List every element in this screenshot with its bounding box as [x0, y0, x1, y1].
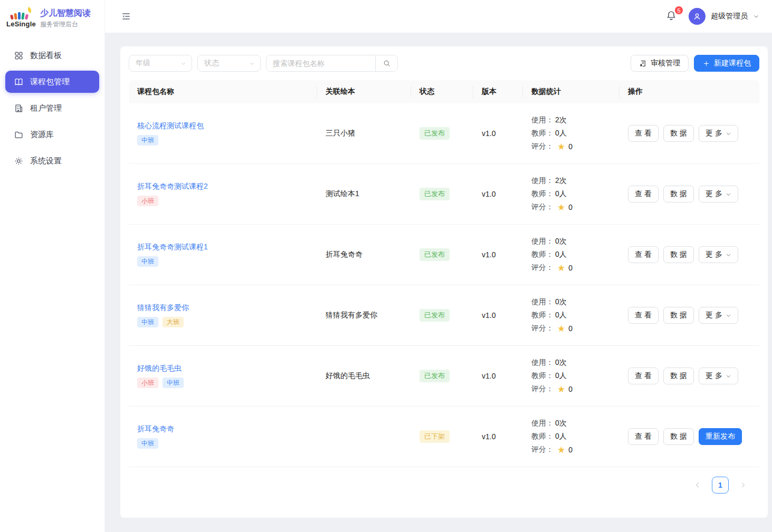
more-button[interactable]: 更多 [699, 246, 738, 263]
sidebar-item-course-packages[interactable]: 课程包管理 [5, 71, 99, 93]
rating-label: 评分： [531, 384, 554, 394]
more-button-label: 更多 [706, 371, 725, 381]
teachers-value: 0人 [555, 129, 567, 138]
usage-label: 使用： [531, 237, 554, 246]
view-button-label: 查看 [635, 311, 654, 320]
teachers-value: 0人 [555, 432, 567, 441]
usage-label: 使用： [531, 358, 554, 367]
view-button[interactable]: 查看 [628, 125, 659, 142]
grade-tags: 中班 [137, 438, 317, 449]
course-package-table: 课程包名称 关联绘本 状态 版本 数据统计 操作 核心流程测试课程包 中班 三只… [129, 80, 759, 509]
package-name-link[interactable]: 折耳兔奇奇测试课程1 [137, 243, 208, 252]
data-button[interactable]: 数据 [663, 125, 694, 142]
data-button[interactable]: 数据 [663, 246, 694, 263]
usage-label: 使用： [531, 419, 554, 428]
package-name-link[interactable]: 猜猜我有多爱你 [137, 303, 189, 313]
sidebar-collapse-button[interactable] [119, 9, 134, 24]
sidebar-item-dashboard[interactable]: 数据看板 [5, 44, 99, 66]
sidebar: LeSingle 少儿智慧阅读 服务管理后台 数据看板 课程包管理 租户管理 [0, 0, 105, 532]
search-button[interactable] [375, 55, 397, 71]
view-button[interactable]: 查看 [628, 307, 659, 324]
view-button[interactable]: 查看 [628, 428, 659, 445]
search-icon [383, 59, 391, 67]
notification-bell[interactable]: 5 [665, 9, 679, 23]
plus-icon [702, 60, 710, 67]
usage-value: 0次 [555, 297, 567, 307]
chevron-down-icon [753, 13, 759, 20]
view-button-label: 查看 [635, 129, 654, 138]
package-name-link[interactable]: 好饿的毛毛虫 [137, 364, 182, 373]
star-icon: ★ [557, 142, 565, 151]
course-package-card: 年级 状态 [120, 46, 768, 518]
more-button[interactable]: 更多 [699, 367, 738, 384]
user-icon [692, 12, 702, 21]
brand: LeSingle 少儿智慧阅读 服务管理后台 [0, 0, 104, 37]
content-area: 年级 状态 [105, 33, 772, 532]
search-input[interactable] [266, 55, 375, 71]
package-name-cell: 折耳兔奇奇测试课程1 中班 [129, 243, 317, 267]
sidebar-item-label: 系统设置 [30, 156, 62, 166]
actions-cell: 查看数据更多 [619, 246, 759, 263]
republish-button[interactable]: 重新发布 [699, 428, 742, 445]
status-cell: 已发布 [411, 188, 473, 200]
data-button[interactable]: 数据 [663, 367, 694, 384]
tenant-icon [14, 103, 24, 113]
status-badge: 已发布 [420, 248, 450, 261]
view-button[interactable]: 查看 [628, 246, 659, 263]
usage-label: 使用： [531, 297, 554, 307]
view-button-label: 查看 [635, 371, 654, 381]
package-name-cell: 猜猜我有多爱你 中班大班 [129, 303, 317, 327]
data-button[interactable]: 数据 [663, 428, 694, 445]
status-cell: 已发布 [411, 248, 473, 261]
sidebar-item-resources[interactable]: 资源库 [5, 123, 99, 146]
usage-value: 0次 [555, 419, 567, 428]
resource-library-icon [14, 130, 24, 140]
more-button[interactable]: 更多 [699, 186, 738, 202]
page-number-button[interactable]: 1 [712, 477, 729, 494]
app-root: LeSingle 少儿智慧阅读 服务管理后台 数据看板 课程包管理 租户管理 [0, 0, 772, 532]
menu-fold-icon [121, 11, 131, 22]
status-cell: 已发布 [411, 309, 473, 322]
audit-management-button[interactable]: 审核管理 [631, 55, 689, 72]
stats-cell: 使用：0次 教师：0人 评分：★0 [523, 419, 619, 454]
user-menu[interactable]: 超级管理员 [689, 8, 759, 25]
pagination: 1 [129, 467, 759, 497]
sidebar-item-tenants[interactable]: 租户管理 [5, 97, 99, 119]
more-button[interactable]: 更多 [699, 125, 738, 142]
status-select[interactable]: 状态 [197, 55, 261, 72]
create-course-package-button[interactable]: 新建课程包 [694, 55, 759, 72]
view-button[interactable]: 查看 [628, 186, 659, 202]
usage-label: 使用： [531, 176, 554, 186]
search-box [266, 55, 398, 72]
data-button-label: 数据 [670, 250, 689, 259]
stats-cell: 使用：2次 教师：0人 评分：★0 [523, 176, 619, 212]
stats-cell: 使用：0次 教师：0人 评分：★0 [523, 297, 619, 333]
status-badge: 已发布 [420, 309, 450, 322]
column-header-version: 版本 [473, 87, 523, 96]
sidebar-item-settings[interactable]: 系统设置 [5, 150, 99, 172]
data-button[interactable]: 数据 [663, 186, 694, 202]
next-page-icon[interactable] [739, 481, 747, 489]
grade-select[interactable]: 年级 [129, 55, 192, 72]
related-book-cell: 猜猜我有多爱你 [317, 311, 411, 320]
rating-value: 0 [568, 324, 573, 333]
prev-page-icon[interactable] [694, 481, 701, 489]
view-button[interactable]: 查看 [628, 367, 659, 384]
more-button[interactable]: 更多 [699, 307, 738, 324]
teachers-label: 教师： [531, 371, 554, 381]
status-cell: 已下架 [411, 430, 473, 443]
teachers-label: 教师： [531, 250, 554, 259]
version-cell: v1.0 [473, 190, 523, 198]
rating-label: 评分： [531, 324, 554, 333]
grade-tag: 中班 [137, 256, 158, 267]
data-button[interactable]: 数据 [663, 307, 694, 324]
package-name-link[interactable]: 核心流程测试课程包 [137, 121, 204, 131]
grade-tag: 大班 [163, 317, 184, 327]
table-body: 核心流程测试课程包 中班 三只小猪 已发布 v1.0 使用：2次 教师：0人 评… [129, 103, 759, 467]
more-button-label: 更多 [706, 189, 725, 199]
package-name-link[interactable]: 折耳兔奇奇测试课程2 [137, 182, 208, 191]
grade-tag: 中班 [137, 438, 158, 449]
package-name-link[interactable]: 折耳兔奇奇 [137, 424, 174, 434]
table-row: 折耳兔奇奇测试课程1 中班 折耳兔奇奇 已发布 v1.0 使用：0次 教师：0人… [129, 225, 759, 285]
settings-icon [14, 156, 24, 166]
